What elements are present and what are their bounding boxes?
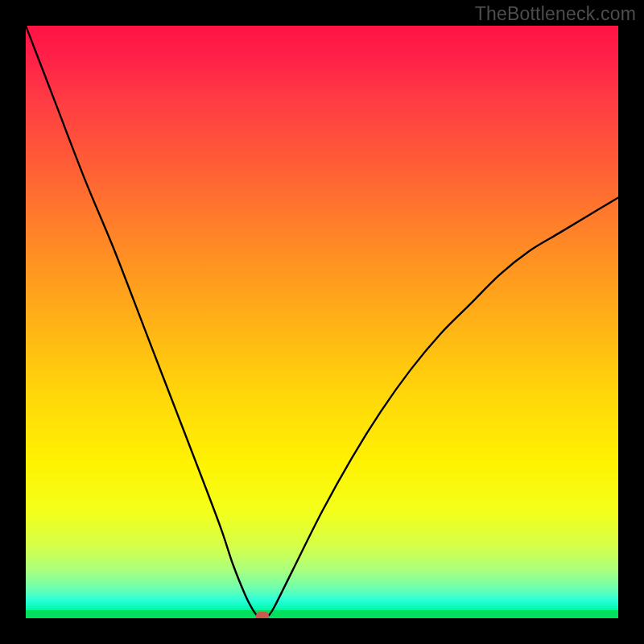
current-position-marker xyxy=(256,612,269,618)
chart-frame: TheBottleneck.com xyxy=(0,0,644,644)
bottleneck-curve xyxy=(26,26,618,618)
watermark-label: TheBottleneck.com xyxy=(475,3,636,25)
plot-area xyxy=(26,26,618,618)
